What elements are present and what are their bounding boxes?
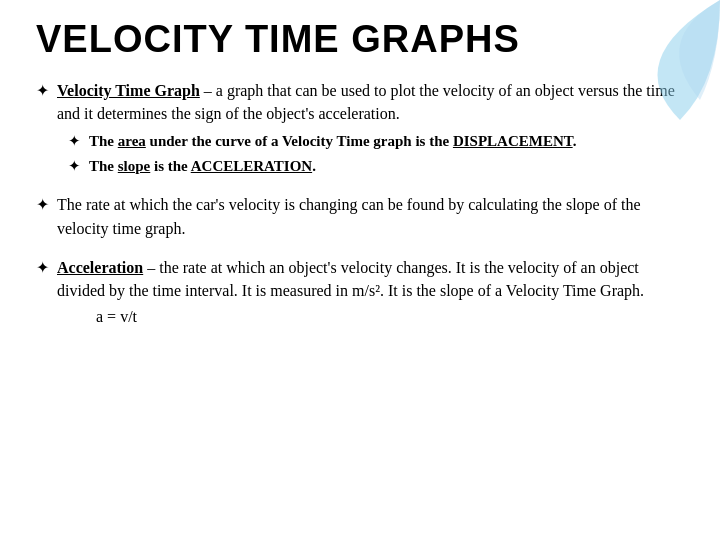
page-title: VELOCITY TIME GRAPHS <box>36 18 680 61</box>
acceleration-definition: – the rate at which an object's velocity… <box>57 259 644 299</box>
page-content: VELOCITY TIME GRAPHS ✦ Velocity Time Gra… <box>0 0 720 540</box>
section-acceleration: ✦ Acceleration – the rate at which an ob… <box>36 256 680 326</box>
bullet-rate: ✦ The rate at which the car's velocity i… <box>36 193 680 239</box>
bullet-symbol-1: ✦ <box>36 81 49 100</box>
area-text-mid: under the curve of a Velocity Time graph… <box>146 133 453 149</box>
vtg-term: Velocity Time Graph <box>57 82 200 99</box>
area-text-pre: The <box>89 133 118 149</box>
acceleration-underline: ACCELERATION <box>191 158 312 174</box>
slope-text-mid: is the <box>150 158 190 174</box>
formula-text: a = v/t <box>96 308 137 325</box>
sub-bullet-symbol-area: ✦ <box>68 132 81 150</box>
slope-text-end: . <box>312 158 316 174</box>
vtg-definition-text: Velocity Time Graph – a graph that can b… <box>57 79 680 125</box>
slope-text-pre: The <box>89 158 118 174</box>
sub-bullet-area: ✦ The area under the curve of a Velocity… <box>68 131 680 152</box>
displacement-underline: DISPLACEMENT <box>453 133 573 149</box>
slope-underline: slope <box>118 158 151 174</box>
sub-bullet-symbol-slope: ✦ <box>68 157 81 175</box>
formula-line: a = v/t <box>96 308 680 326</box>
bullet-symbol-2: ✦ <box>36 195 49 214</box>
bullet-vtg: ✦ Velocity Time Graph – a graph that can… <box>36 79 680 125</box>
area-text-end: . <box>573 133 577 149</box>
section-vtg-definition: ✦ Velocity Time Graph – a graph that can… <box>36 79 680 177</box>
sub-bullet-area-text: The area under the curve of a Velocity T… <box>89 131 576 152</box>
rate-text: The rate at which the car's velocity is … <box>57 193 680 239</box>
sub-bullet-slope-text: The slope is the ACCELERATION. <box>89 156 316 177</box>
area-underline: area <box>118 133 146 149</box>
acceleration-text: Acceleration – the rate at which an obje… <box>57 256 680 302</box>
sub-bullet-slope: ✦ The slope is the ACCELERATION. <box>68 156 680 177</box>
acceleration-term: Acceleration <box>57 259 143 276</box>
bullet-symbol-3: ✦ <box>36 258 49 277</box>
section-rate: ✦ The rate at which the car's velocity i… <box>36 193 680 239</box>
bullet-acceleration: ✦ Acceleration – the rate at which an ob… <box>36 256 680 302</box>
